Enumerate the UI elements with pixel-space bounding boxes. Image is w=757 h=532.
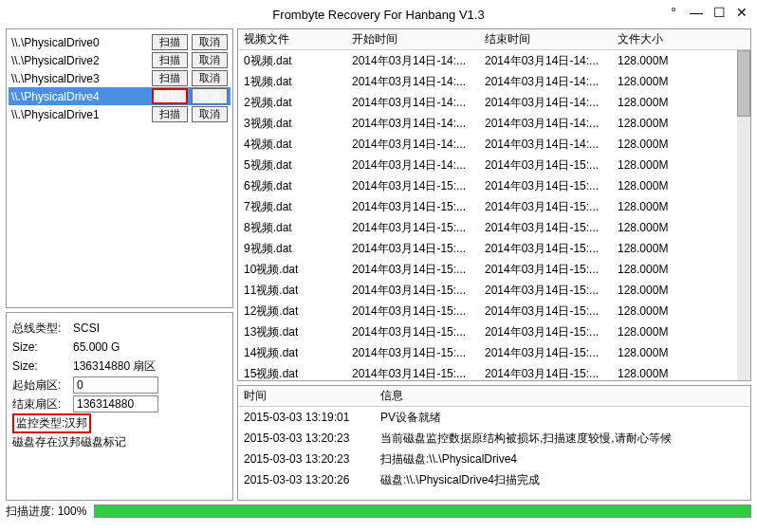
file-row[interactable]: 6视频.dat2014年03月14日-15:...2014年03月14日-15:… — [238, 175, 750, 196]
file-row[interactable]: 2视频.dat2014年03月14日-14:...2014年03月14日-14:… — [238, 92, 750, 113]
log-time: 2015-03-03 13:19:01 — [238, 411, 380, 424]
cancel-button[interactable]: 取消 — [192, 70, 228, 86]
scan-button[interactable]: 扫描 — [152, 106, 188, 122]
file-name: 14视频.dat — [238, 345, 352, 361]
log-time: 2015-03-03 13:20:26 — [238, 473, 380, 486]
file-row[interactable]: 3视频.dat2014年03月14日-14:...2014年03月14日-14:… — [238, 113, 750, 134]
file-name: 4视频.dat — [238, 137, 352, 153]
bustype-label: 总线类型: — [12, 321, 69, 337]
file-row[interactable]: 0视频.dat2014年03月14日-14:...2014年03月14日-14:… — [238, 50, 750, 71]
drive-row[interactable]: \\.\PhysicalDrive3扫描取消 — [9, 69, 231, 87]
drive-row[interactable]: \\.\PhysicalDrive4扫描取消 — [9, 87, 231, 105]
footer: 扫描进度: 100% — [0, 501, 757, 522]
file-row[interactable]: 10视频.dat2014年03月14日-15:...2014年03月14日-15… — [238, 259, 750, 280]
cancel-button[interactable]: 取消 — [192, 106, 228, 122]
file-row[interactable]: 9视频.dat2014年03月14日-15:...2014年03月14日-15:… — [238, 238, 750, 259]
cancel-button[interactable]: 取消 — [192, 34, 228, 50]
drive-name: \\.\PhysicalDrive0 — [11, 36, 148, 49]
file-row[interactable]: 1视频.dat2014年03月14日-14:...2014年03月14日-14:… — [238, 71, 750, 92]
file-row[interactable]: 7视频.dat2014年03月14日-15:...2014年03月14日-15:… — [238, 196, 750, 217]
end-sector-input[interactable] — [73, 395, 158, 413]
scan-button[interactable]: 扫描 — [152, 34, 188, 50]
progress-label: 扫描进度: 100% — [6, 504, 86, 520]
file-size: 128.000M — [618, 221, 693, 234]
file-end: 2014年03月14日-15:... — [485, 345, 618, 361]
close-icon[interactable]: ✕ — [732, 4, 751, 21]
maximize-icon[interactable]: ☐ — [710, 4, 729, 21]
log-msg: 磁盘:\\.\PhysicalDrive4扫描完成 — [380, 472, 750, 488]
log-row[interactable]: 2015-03-03 13:20:26磁盘:\\.\PhysicalDrive4… — [238, 469, 750, 490]
log-row[interactable]: 2015-03-03 13:20:23当前磁盘监控数据原结构被损坏,扫描速度较慢… — [238, 428, 750, 449]
file-name: 1视频.dat — [238, 74, 352, 90]
col-size-header[interactable]: 文件大小 — [618, 31, 693, 47]
log-row[interactable]: 2015-03-03 13:20:23扫描磁盘:\\.\PhysicalDriv… — [238, 449, 750, 469]
drive-row[interactable]: \\.\PhysicalDrive0扫描取消 — [9, 33, 231, 51]
file-row[interactable]: 5视频.dat2014年03月14日-14:...2014年03月14日-15:… — [238, 155, 750, 175]
drive-name: \\.\PhysicalDrive4 — [11, 90, 148, 103]
cancel-button[interactable]: 取消 — [192, 88, 228, 104]
file-size: 128.000M — [618, 263, 693, 276]
log-header: 时间 信息 — [238, 386, 750, 407]
col-time-header[interactable]: 时间 — [238, 388, 380, 404]
file-start: 2014年03月14日-15:... — [352, 283, 485, 299]
file-size: 128.000M — [618, 138, 693, 151]
file-start: 2014年03月14日-14:... — [352, 157, 485, 174]
col-file-header[interactable]: 视频文件 — [238, 31, 352, 47]
file-end: 2014年03月14日-15:... — [485, 199, 618, 215]
files-panel: 视频文件 开始时间 结束时间 文件大小 0视频.dat2014年03月14日-1… — [237, 28, 751, 381]
file-row[interactable]: 12视频.dat2014年03月14日-15:...2014年03月14日-15… — [238, 301, 750, 321]
progress-fill — [95, 505, 750, 517]
file-start: 2014年03月14日-15:... — [352, 303, 485, 320]
file-end: 2014年03月14日-15:... — [485, 241, 618, 257]
file-size: 128.000M — [618, 75, 693, 88]
file-name: 3视频.dat — [238, 116, 352, 132]
scan-button[interactable]: 扫描 — [152, 88, 188, 104]
file-end: 2014年03月14日-15:... — [485, 283, 618, 299]
scan-button[interactable]: 扫描 — [152, 52, 188, 68]
col-end-header[interactable]: 结束时间 — [485, 31, 618, 47]
file-size: 128.000M — [618, 200, 693, 213]
disk-marker-label: 磁盘存在汉邦磁盘标记 — [12, 434, 126, 450]
file-start: 2014年03月14日-14:... — [352, 116, 485, 132]
file-end: 2014年03月14日-15:... — [485, 220, 618, 236]
file-end: 2014年03月14日-14:... — [485, 116, 618, 132]
file-start: 2014年03月14日-14:... — [352, 53, 485, 69]
drive-name: \\.\PhysicalDrive1 — [11, 108, 148, 121]
scan-button[interactable]: 扫描 — [152, 70, 188, 86]
file-size: 128.000M — [618, 284, 693, 297]
start-sector-label: 起始扇区: — [12, 377, 69, 394]
file-name: 13视频.dat — [238, 324, 352, 340]
file-row[interactable]: 13视频.dat2014年03月14日-15:...2014年03月14日-15… — [238, 321, 750, 342]
file-row[interactable]: 15视频.dat2014年03月14日-15:...2014年03月14日-15… — [238, 363, 750, 380]
file-start: 2014年03月14日-15:... — [352, 262, 485, 278]
minimize-icon[interactable]: — — [687, 4, 706, 21]
drive-row[interactable]: \\.\PhysicalDrive2扫描取消 — [9, 51, 231, 69]
drives-panel: \\.\PhysicalDrive0扫描取消\\.\PhysicalDrive2… — [6, 28, 233, 308]
titlebar: Frombyte Recovery For Hanbang V1.3 ° — ☐… — [0, 0, 757, 28]
log-msg: 扫描磁盘:\\.\PhysicalDrive4 — [380, 451, 750, 468]
cancel-button[interactable]: 取消 — [192, 52, 228, 68]
size-label: Size: — [12, 340, 69, 354]
files-scrollbar[interactable] — [737, 50, 750, 380]
file-end: 2014年03月14日-15:... — [485, 262, 618, 278]
pin-icon[interactable]: ° — [664, 4, 683, 21]
bustype-value: SCSI — [73, 321, 227, 335]
file-row[interactable]: 8视频.dat2014年03月14日-15:...2014年03月14日-15:… — [238, 217, 750, 238]
file-size: 128.000M — [618, 367, 693, 380]
start-sector-input[interactable] — [73, 376, 158, 394]
disk-info-panel: 总线类型:SCSI Size:65.000 G Size:136314880 扇… — [6, 312, 233, 501]
scroll-thumb[interactable] — [737, 50, 750, 117]
log-time: 2015-03-03 13:20:23 — [238, 431, 380, 445]
drive-row[interactable]: \\.\PhysicalDrive1扫描取消 — [9, 105, 231, 123]
monitor-type-label: 监控类型:汉邦 — [12, 413, 91, 433]
file-row[interactable]: 4视频.dat2014年03月14日-14:...2014年03月14日-14:… — [238, 134, 750, 155]
col-msg-header[interactable]: 信息 — [380, 388, 750, 404]
window-title: Frombyte Recovery For Hanbang V1.3 — [272, 8, 484, 22]
file-name: 15视频.dat — [238, 366, 352, 381]
file-end: 2014年03月14日-15:... — [485, 157, 618, 174]
file-row[interactable]: 11视频.dat2014年03月14日-15:...2014年03月14日-15… — [238, 280, 750, 301]
log-row[interactable]: 2015-03-03 13:19:01PV设备就绪 — [238, 407, 750, 428]
col-start-header[interactable]: 开始时间 — [352, 31, 485, 47]
file-row[interactable]: 14视频.dat2014年03月14日-15:...2014年03月14日-15… — [238, 342, 750, 363]
main-content: \\.\PhysicalDrive0扫描取消\\.\PhysicalDrive2… — [0, 28, 757, 501]
